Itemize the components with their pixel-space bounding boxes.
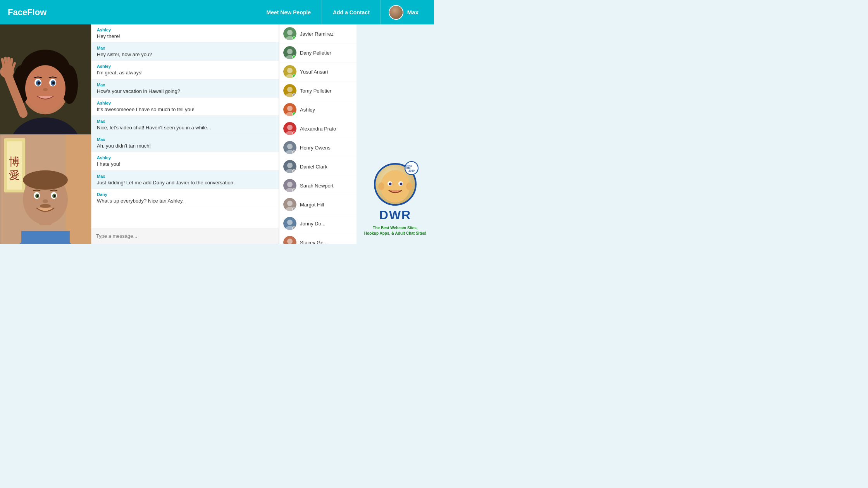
svg-line-19	[5, 58, 6, 66]
contact-avatar	[283, 65, 296, 78]
contact-item[interactable]: Stacey Ge...	[279, 233, 356, 244]
contact-item[interactable]: Henry Owens	[279, 138, 356, 157]
contact-avatar	[283, 198, 296, 211]
ad-panel[interactable]: SINCE 2010 2010 DWR The Best Webcam Site…	[356, 24, 434, 244]
contact-name: Dany Pelletier	[300, 50, 331, 56]
contact-item[interactable]: Javier Ramirez	[279, 24, 356, 43]
msg-sender: Ashley	[97, 27, 273, 32]
contact-name: Margot Hill	[300, 202, 324, 208]
contact-name: Stacey Ge...	[300, 240, 328, 244]
svg-point-95	[400, 183, 403, 186]
svg-point-94	[389, 183, 392, 186]
message-row: Dany What's up everybody? Nice tan Ashle…	[91, 189, 279, 207]
chat-input[interactable]	[91, 228, 279, 244]
contact-item[interactable]: Alexandra Prato	[279, 119, 356, 138]
msg-sender: Max	[97, 46, 273, 50]
contact-name: Javier Ramirez	[300, 31, 334, 37]
message-row: Max How's your vacation in Hawaii going?	[91, 79, 279, 98]
msg-sender: Ashley	[97, 101, 273, 105]
contact-item[interactable]: Yusuf Ansari	[279, 62, 356, 81]
contact-avatar	[283, 160, 296, 173]
msg-text: Nice, let's video chat! Haven't seen you…	[97, 124, 273, 131]
message-row: Ashley Hey there!	[91, 24, 279, 43]
status-dot	[292, 36, 296, 40]
video-remote	[0, 24, 91, 134]
contact-item[interactable]: Daniel Clark	[279, 157, 356, 176]
contact-avatar	[283, 179, 296, 192]
user-menu[interactable]: Max	[381, 0, 426, 24]
user-name: Max	[407, 9, 418, 15]
msg-sender: Ashley	[97, 155, 273, 160]
chat-pane: Ashley Hey there!Max Hey sister, how are…	[91, 24, 279, 244]
svg-point-72	[287, 182, 293, 187]
contact-name: Sarah Newport	[300, 183, 334, 189]
status-dot	[292, 169, 296, 173]
contact-item[interactable]: Margot Hill	[279, 195, 356, 214]
message-row: Max Ah, you didn't tan much!	[91, 134, 279, 152]
status-dot	[292, 74, 296, 78]
contact-avatar	[283, 141, 296, 154]
chat-input-area[interactable]	[91, 228, 279, 244]
message-row: Ashley I hate you!	[91, 152, 279, 170]
message-row: Max Hey sister, how are you?	[91, 43, 279, 61]
msg-text: Just kidding! Let me add Dany and Javier…	[97, 179, 273, 186]
msg-sender: Dany	[97, 192, 273, 197]
msg-text: What's up everybody? Nice tan Ashley.	[97, 198, 273, 204]
message-row: Ashley It's awesomeeee I have so much to…	[91, 98, 279, 116]
video-local: 博 愛	[0, 134, 91, 244]
msg-sender: Max	[97, 82, 273, 87]
since-label: SINCE 2010	[405, 165, 418, 169]
contact-item[interactable]: Tomy Pelletier	[279, 81, 356, 100]
contact-item[interactable]: Ashley	[279, 100, 356, 119]
svg-point-44	[47, 210, 48, 211]
message-row: Max Nice, let's video chat! Haven't seen…	[91, 116, 279, 134]
contact-item[interactable]: Jonny Do...	[279, 214, 356, 233]
svg-point-69	[287, 163, 293, 168]
status-dot	[292, 150, 296, 154]
status-dot	[292, 207, 296, 211]
svg-point-33	[23, 170, 68, 189]
header: FaceFlow Meet New People Add a Contact M…	[0, 0, 434, 24]
status-dot	[292, 226, 296, 230]
svg-point-15	[43, 88, 48, 91]
contact-avatar	[283, 217, 296, 230]
msg-text: I'm great, as always!	[97, 69, 273, 76]
svg-point-45	[50, 209, 52, 210]
contact-avatar	[283, 27, 296, 40]
contact-avatar	[283, 122, 296, 135]
contact-avatar	[283, 236, 296, 244]
video-pane: 博 愛	[0, 24, 91, 244]
svg-line-18	[2, 59, 4, 67]
msg-sender: Max	[97, 137, 273, 142]
svg-point-81	[287, 239, 293, 244]
message-row: Ashley I'm great, as always!	[91, 61, 279, 79]
svg-line-21	[11, 59, 12, 67]
msg-text: Hey there!	[97, 33, 273, 40]
status-dot	[292, 55, 296, 59]
status-dot	[292, 93, 296, 97]
ad-tagline: The Best Webcam Sites,Hookup Apps, & Adu…	[364, 225, 426, 236]
msg-text: Ah, you didn't tan much!	[97, 143, 273, 149]
messages-list: Ashley Hey there!Max Hey sister, how are…	[91, 24, 279, 228]
contact-item[interactable]: Dany Pelletier	[279, 43, 356, 62]
msg-text: It's awesomeeee I have so much to tell y…	[97, 106, 273, 113]
meet-new-people-button[interactable]: Meet New People	[256, 0, 322, 24]
svg-point-90	[378, 182, 384, 190]
svg-point-39	[53, 194, 55, 197]
svg-point-54	[287, 68, 293, 73]
svg-point-60	[287, 106, 293, 111]
contact-name: Yusuf Ansari	[300, 69, 328, 75]
contact-item[interactable]: Sarah Newport	[279, 176, 356, 195]
svg-text:愛: 愛	[9, 169, 20, 181]
user-avatar	[389, 5, 403, 20]
svg-point-89	[381, 170, 410, 203]
contacts-pane: Javier Ramirez Dany Pelletier Yusuf Ansa…	[279, 24, 356, 244]
svg-point-40	[43, 199, 48, 203]
status-dot	[292, 112, 296, 116]
since-year: 2010	[408, 169, 415, 172]
svg-point-78	[287, 220, 293, 225]
svg-point-38	[37, 194, 39, 197]
msg-text: How's your vacation in Hawaii going?	[97, 88, 273, 95]
msg-sender: Ashley	[97, 64, 273, 69]
add-contact-button[interactable]: Add a Contact	[322, 0, 381, 24]
